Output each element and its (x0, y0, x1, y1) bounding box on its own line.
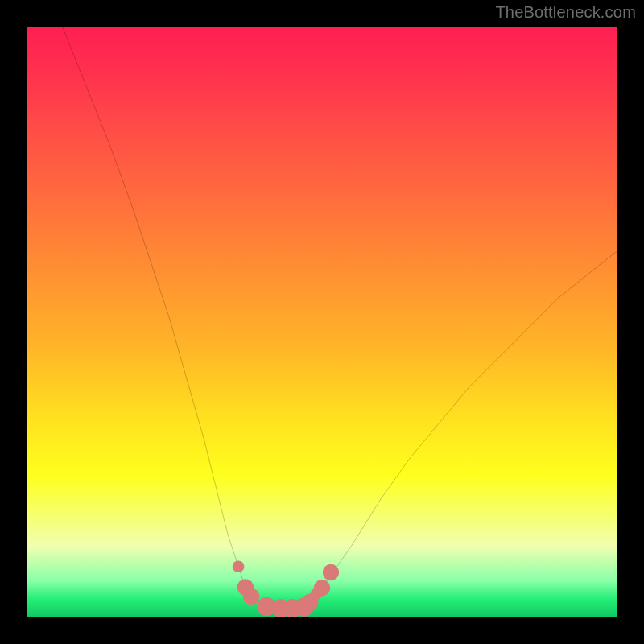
curve-marker (233, 560, 245, 572)
watermark-text: TheBottleneck.com (495, 3, 636, 22)
curve-marker (314, 580, 330, 596)
bottleneck-curve (63, 27, 617, 609)
chart-stage: TheBottleneck.com (0, 0, 644, 644)
bottleneck-curve-path (63, 27, 617, 609)
curve-marker (243, 588, 259, 605)
curve-marker (323, 564, 339, 580)
curve-layer (27, 27, 617, 617)
curve-markers (233, 560, 339, 617)
plot-area (27, 27, 617, 617)
